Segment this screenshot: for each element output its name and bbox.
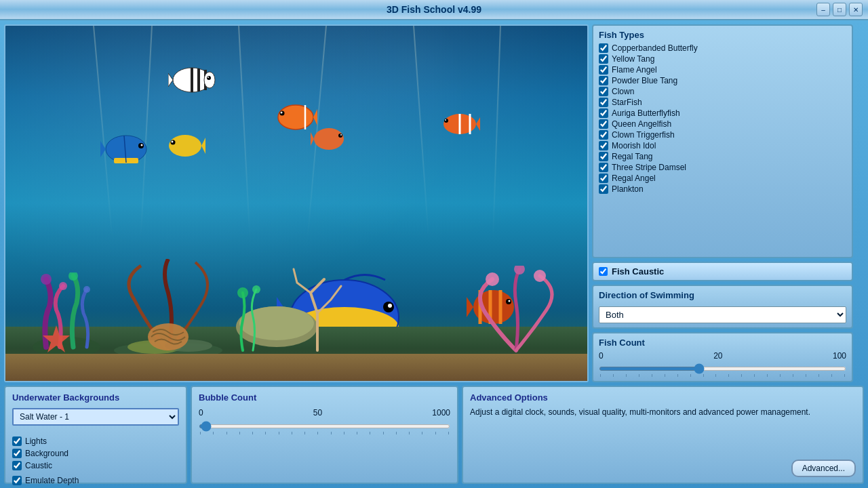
- sand-layer: [5, 354, 587, 381]
- fish-label: Clown Triggerfish: [612, 130, 675, 140]
- fish-checkbox[interactable]: [599, 174, 608, 183]
- fish-striped: [168, 63, 216, 97]
- tick: [600, 374, 601, 377]
- fish-list-item: Regal Tang: [599, 152, 846, 161]
- underwater-bg-title: Underwater Backgrounds: [12, 392, 179, 403]
- fish-checkbox[interactable]: [599, 87, 608, 96]
- coral-center-left: [107, 259, 229, 354]
- svg-point-59: [237, 287, 248, 298]
- fish-checkbox[interactable]: [599, 184, 608, 194]
- svg-point-4: [204, 72, 215, 88]
- svg-point-58: [239, 306, 314, 340]
- tick: [422, 432, 422, 434]
- advanced-button[interactable]: Advanced...: [791, 460, 856, 477]
- minimize-button[interactable]: –: [816, 3, 830, 16]
- tick: [767, 374, 768, 377]
- aquarium-preview: [4, 24, 589, 382]
- bubble-max: 1000: [432, 408, 450, 418]
- fish-list-item: Clown Triggerfish: [599, 130, 846, 140]
- fish-types-panel: Fish Types Copperbanded Butterfly Yellow…: [592, 24, 853, 258]
- fish-checkbox[interactable]: [599, 141, 608, 150]
- direction-select[interactable]: Both Left to Right Right to Left: [599, 306, 846, 323]
- fish-checkbox[interactable]: [599, 65, 608, 75]
- tick: [690, 374, 691, 377]
- window-controls: – □ ✕: [816, 3, 863, 16]
- maximize-button[interactable]: □: [833, 3, 846, 16]
- tick: [265, 432, 266, 434]
- svg-marker-45: [311, 132, 314, 146]
- bubble-count-slider[interactable]: [199, 424, 450, 428]
- fish-label: StarFish: [612, 98, 642, 107]
- tick: [831, 374, 832, 377]
- tick: [331, 432, 332, 434]
- emulate-depth-label: Emulate Depth: [25, 476, 79, 485]
- fish-checkbox[interactable]: [599, 130, 608, 140]
- tick: [613, 374, 614, 377]
- bubble-mid: 50: [313, 408, 322, 418]
- fish-list-item: Regal Angel: [599, 174, 846, 183]
- fish-checkbox[interactable]: [599, 108, 608, 118]
- fish-list-item: Flame Angel: [599, 65, 846, 75]
- fish-mid-left: [311, 124, 348, 155]
- svg-point-23: [444, 119, 448, 123]
- fish-count-slider[interactable]: [599, 367, 846, 371]
- fish-checkbox[interactable]: [599, 152, 608, 161]
- fish-checkbox[interactable]: [599, 119, 608, 129]
- fish-label: Regal Angel: [612, 174, 656, 183]
- fish-list-item: Yellow Tang: [599, 54, 846, 64]
- fish-list-item: Clown: [599, 87, 846, 96]
- underwater-bg-panel: Underwater Backgrounds Salt Water - 1 Sa…: [4, 386, 187, 484]
- background-checkbox[interactable]: [12, 449, 22, 458]
- caustic-checkbox[interactable]: [12, 461, 22, 470]
- emulate-depth-checkbox[interactable]: [12, 476, 22, 485]
- top-section: Fish Types Copperbanded Butterfly Yellow…: [4, 24, 864, 382]
- fish-label: Regal Tang: [612, 152, 653, 161]
- svg-marker-11: [100, 141, 106, 157]
- slider-ticks: [599, 374, 846, 377]
- lights-checkbox-row: Lights: [12, 436, 68, 446]
- svg-point-7: [208, 77, 209, 78]
- tick: [226, 432, 227, 434]
- tick: [383, 432, 384, 434]
- fish-label: Flame Angel: [612, 65, 657, 75]
- fish-list-item: Auriga Butterflyfish: [599, 108, 846, 118]
- fish-checkbox[interactable]: [599, 54, 608, 64]
- tick: [741, 374, 742, 377]
- fish-count-mid: 20: [713, 351, 722, 361]
- svg-marker-5: [168, 73, 173, 87]
- fish-blue-yellow: [100, 131, 151, 168]
- fish-label: Clown: [612, 87, 634, 96]
- svg-point-63: [534, 270, 546, 282]
- fish-caustic-checkbox[interactable]: [599, 267, 608, 276]
- tick: [292, 432, 292, 434]
- fish-list-item: StarFish: [599, 98, 846, 107]
- fish-checkbox[interactable]: [599, 98, 608, 107]
- fish-checkbox[interactable]: [599, 76, 608, 85]
- svg-point-44: [314, 128, 344, 150]
- svg-point-49: [41, 274, 52, 285]
- caustic-checkbox-row: Caustic: [12, 461, 68, 470]
- tick: [448, 432, 449, 434]
- fish-checkbox[interactable]: [599, 43, 608, 53]
- tick: [200, 432, 201, 434]
- tick: [409, 432, 410, 434]
- tick: [213, 432, 214, 434]
- tick: [357, 432, 357, 434]
- tick: [317, 432, 318, 434]
- svg-point-6: [207, 76, 211, 80]
- close-button[interactable]: ✕: [849, 3, 863, 16]
- background-select[interactable]: Salt Water - 1 Salt Water - 2 Fresh Wate…: [12, 408, 179, 426]
- fish-label: Queen Angelfish: [612, 119, 671, 129]
- direction-section: Direction of Swimming Both Left to Right…: [592, 285, 853, 329]
- caustic-label: Caustic: [25, 461, 52, 470]
- fish-label: Moorish Idol: [612, 141, 656, 150]
- fish-count-section: Fish Count 0 20 100: [592, 332, 853, 382]
- tick: [665, 374, 665, 377]
- tick: [252, 432, 253, 434]
- tick: [728, 374, 729, 377]
- fish-count-max: 100: [833, 351, 846, 361]
- fish-count-title: Fish Count: [599, 338, 846, 348]
- fish-clownfish: [439, 110, 480, 138]
- fish-checkbox[interactable]: [599, 163, 608, 172]
- lights-checkbox[interactable]: [12, 436, 22, 446]
